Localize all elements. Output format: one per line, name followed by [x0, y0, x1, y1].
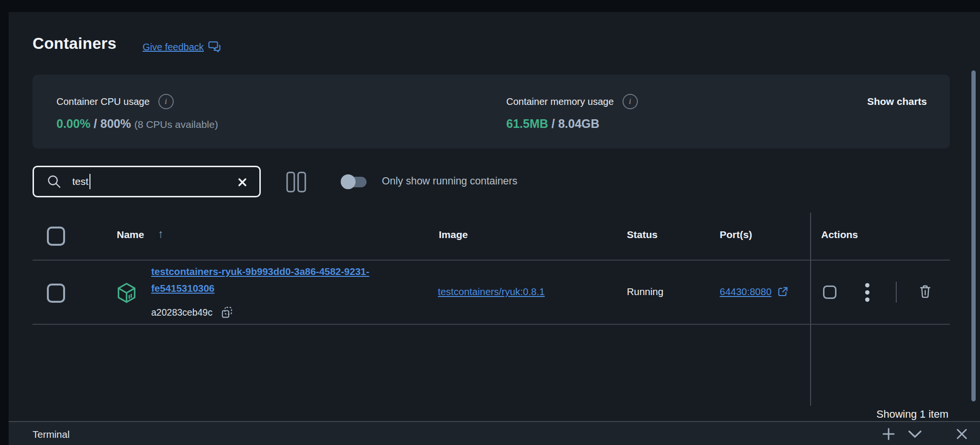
- port-cell: 64430:8080: [720, 286, 789, 297]
- port-link[interactable]: 64430:8080: [720, 286, 771, 297]
- memory-total-value: 8.04GB: [558, 117, 599, 130]
- give-feedback-link[interactable]: Give feedback: [143, 41, 221, 53]
- cpu-total-value: 800%: [100, 117, 131, 130]
- memory-usage-value: 61.5MB / 8.04GB: [506, 117, 600, 131]
- memory-usage-label: Container memory usage: [506, 96, 614, 107]
- cpu-usage-block: Container CPU usage i: [56, 94, 174, 109]
- copy-icon[interactable]: [220, 305, 234, 319]
- cpu-separator: /: [90, 117, 100, 130]
- cpu-usage-label: Container CPU usage: [56, 96, 150, 107]
- actions-column-divider: [810, 213, 811, 406]
- memory-used-value: 61.5MB: [506, 117, 548, 130]
- main-content: Containers Give feedback Container CPU u…: [9, 12, 980, 445]
- containers-page: Containers Give feedback Container CPU u…: [0, 0, 980, 445]
- column-header-name[interactable]: Name: [117, 229, 144, 240]
- cpu-available-note: (8 CPUs available): [134, 119, 218, 130]
- container-id: a20283ceb49c: [151, 305, 234, 319]
- container-name-link[interactable]: testcontainers-ryuk-9b993dd0-3a86-4582-9…: [151, 263, 372, 297]
- column-header-image[interactable]: Image: [439, 229, 468, 240]
- row-divider: [33, 324, 950, 325]
- showing-count: Showing 1 item: [805, 408, 948, 421]
- stop-container-button[interactable]: [823, 285, 836, 299]
- memory-info-icon[interactable]: i: [623, 94, 638, 109]
- toggle-knob: [341, 174, 356, 189]
- page-title: Containers: [33, 34, 116, 53]
- terminal-title: Terminal: [33, 429, 69, 440]
- search-input[interactable]: test: [33, 166, 261, 197]
- memory-usage-block: Container memory usage i: [506, 94, 638, 109]
- row-menu-button[interactable]: [864, 282, 870, 303]
- column-header-ports[interactable]: Port(s): [720, 229, 752, 240]
- search-icon: [46, 174, 62, 189]
- vertical-scrollbar[interactable]: [971, 70, 976, 401]
- delete-container-button[interactable]: [918, 284, 933, 300]
- actions-divider: [896, 282, 897, 303]
- search-value: test: [72, 176, 89, 187]
- container-cube-icon: [116, 282, 137, 304]
- clear-search-button[interactable]: [238, 178, 247, 187]
- view-columns-icon[interactable]: [286, 171, 306, 193]
- terminal-bar: Terminal: [9, 421, 980, 445]
- container-id-text: a20283ceb49c: [151, 307, 212, 318]
- usage-stats-card: Container CPU usage i 0.00% / 800% (8 CP…: [33, 75, 950, 148]
- row-checkbox[interactable]: [47, 284, 65, 303]
- column-header-actions: Actions: [821, 229, 858, 240]
- give-feedback-label: Give feedback: [143, 42, 204, 53]
- running-only-label: Only show running containers: [382, 175, 517, 187]
- cpu-info-icon[interactable]: i: [158, 94, 174, 109]
- sort-ascending-icon[interactable]: ↑: [158, 227, 164, 240]
- feedback-bubbles-icon: [208, 41, 221, 53]
- image-link[interactable]: testcontainers/ryuk:0.8.1: [438, 286, 545, 297]
- status-value: Running: [627, 286, 663, 297]
- memory-separator: /: [548, 117, 558, 130]
- terminal-collapse-icon[interactable]: [908, 430, 922, 438]
- external-link-icon[interactable]: [777, 286, 789, 297]
- terminal-new-icon[interactable]: [882, 427, 895, 441]
- terminal-close-icon[interactable]: [956, 428, 968, 440]
- show-charts-button[interactable]: Show charts: [867, 96, 927, 107]
- cpu-usage-value: 0.00% / 800% (8 CPUs available): [56, 117, 218, 131]
- running-only-toggle[interactable]: [341, 174, 368, 189]
- column-header-status[interactable]: Status: [627, 229, 657, 240]
- cpu-used-value: 0.00%: [56, 117, 90, 130]
- header-divider: [33, 260, 950, 261]
- select-all-checkbox[interactable]: [47, 227, 65, 246]
- text-caret: [89, 174, 90, 189]
